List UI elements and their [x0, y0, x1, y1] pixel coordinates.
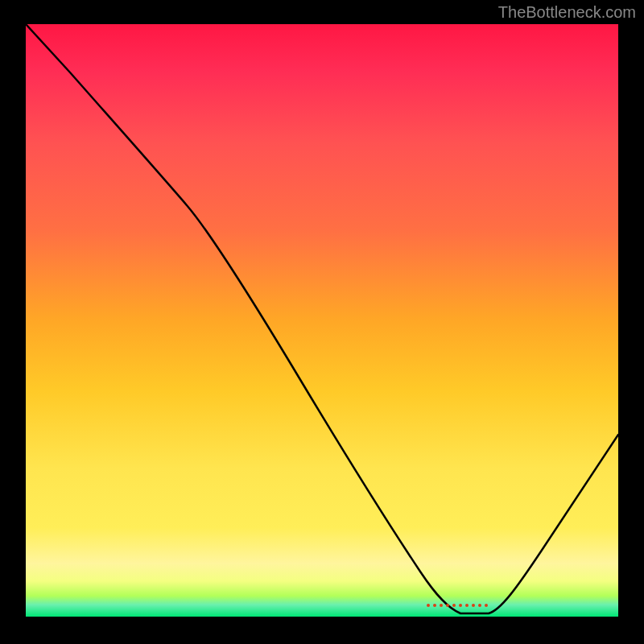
- plot-area: [26, 24, 618, 617]
- watermark-text: TheBottleneck.com: [498, 3, 636, 22]
- svg-rect-0: [26, 24, 618, 617]
- chart-container: TheBottleneck.com: [0, 0, 644, 644]
- background-gradient: [26, 24, 618, 617]
